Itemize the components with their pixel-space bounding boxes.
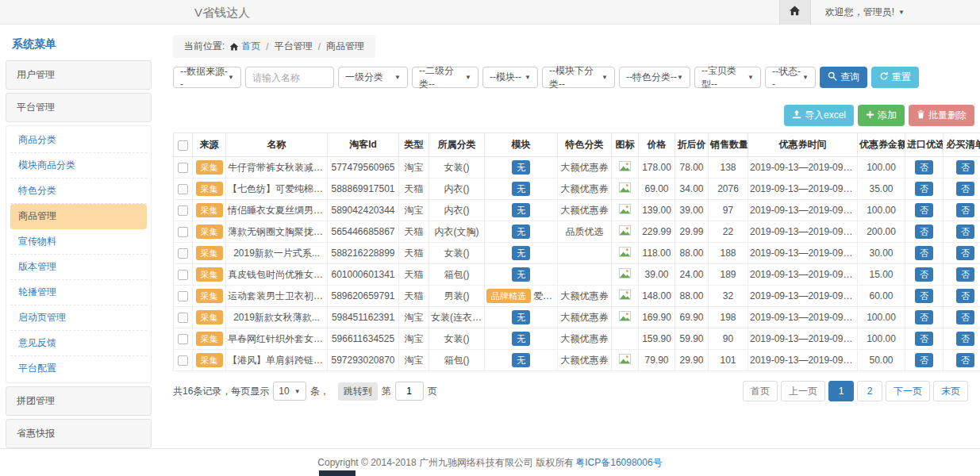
import-select-toggle[interactable]: 否 (915, 246, 933, 260)
import-select-toggle[interactable]: 否 (915, 160, 933, 175)
sidebar-item-平台配置[interactable]: 平台配置 (10, 356, 147, 381)
module-none-badge[interactable]: 无 (512, 203, 530, 217)
sidebar-item-模块商品分类[interactable]: 模块商品分类 (10, 153, 147, 178)
jump-button[interactable]: 跳转到 (338, 382, 378, 401)
must-buy-toggle[interactable]: 否 (956, 246, 974, 260)
page-button-2[interactable]: 2 (857, 381, 882, 401)
batch-delete-button[interactable]: 批量删除 (909, 105, 974, 126)
import-select-toggle[interactable]: 否 (915, 203, 933, 217)
import-select-toggle[interactable]: 否 (915, 353, 933, 367)
sidebar-item-特色分类[interactable]: 特色分类 (10, 178, 147, 204)
import-select-toggle[interactable]: 否 (915, 225, 933, 239)
sidebar-item-版本管理[interactable]: 版本管理 (10, 255, 147, 280)
name-search-input[interactable] (245, 67, 334, 88)
per-page-select[interactable]: 10 ▼ (273, 382, 306, 401)
import-select-toggle[interactable]: 否 (915, 332, 933, 346)
row-checkbox[interactable] (178, 291, 188, 301)
sidebar-item-商品分类[interactable]: 商品分类 (10, 128, 147, 153)
module-none-badge[interactable]: 无 (512, 353, 530, 367)
reset-button[interactable]: 重置 (871, 67, 919, 88)
select-all-checkbox[interactable] (178, 140, 188, 151)
sidebar-item-商品管理[interactable]: 商品管理 (10, 204, 147, 229)
filter-select[interactable]: --模块下分类--▼ (542, 67, 615, 88)
row-checkbox[interactable] (178, 205, 188, 216)
sidebar-item-拼团管理[interactable]: 拼团管理 (6, 386, 152, 416)
import-excel-button[interactable]: 导入excel (784, 105, 854, 126)
must-buy-toggle[interactable]: 否 (956, 353, 974, 367)
page-button-末页[interactable]: 末页 (933, 381, 968, 401)
must-buy-toggle[interactable]: 否 (956, 225, 974, 239)
add-button[interactable]: 添加 (858, 105, 905, 126)
cell-coupon-amount: 100.00 (858, 328, 905, 350)
module-none-badge[interactable]: 无 (512, 182, 530, 196)
cell-coupon-amount: 35.00 (858, 178, 905, 200)
filter-select[interactable]: --状态--▼ (765, 67, 816, 88)
filter-select[interactable]: --二级分类--▼ (412, 67, 478, 88)
row-checkbox[interactable] (178, 313, 188, 323)
sidebar-item-轮播管理[interactable]: 轮播管理 (10, 280, 147, 305)
search-icon (828, 71, 837, 83)
sidebar-item-省惠快报[interactable]: 省惠快报 (6, 419, 152, 448)
row-checkbox[interactable] (178, 334, 188, 344)
row-checkbox[interactable] (178, 355, 188, 366)
import-select-toggle[interactable]: 否 (915, 310, 933, 324)
filter-select[interactable]: --特色分类--▼ (619, 67, 690, 88)
page-button-首页[interactable]: 首页 (743, 381, 778, 401)
column-header-优惠券金额: 优惠券金额 (858, 133, 905, 157)
cell-type: 天猫 (399, 243, 429, 264)
row-checkbox[interactable] (178, 248, 188, 259)
sidebar-item-启动页管理[interactable]: 启动页管理 (10, 305, 147, 331)
home-icon (229, 42, 239, 52)
cell-module: 无 (485, 307, 558, 328)
search-button[interactable]: 查询 (820, 67, 867, 88)
filter-select-value: --模块-- (490, 71, 521, 84)
must-buy-toggle[interactable]: 否 (956, 267, 974, 282)
must-buy-toggle[interactable]: 否 (956, 182, 974, 196)
user-menu[interactable]: 欢迎您，管理员! ▼ (811, 6, 980, 19)
row-checkbox[interactable] (178, 163, 188, 173)
cell-sales: 189 (709, 264, 748, 286)
row-checkbox[interactable] (178, 184, 188, 194)
page-button-上一页[interactable]: 上一页 (781, 381, 825, 401)
sidebar-item-宣传物料[interactable]: 宣传物料 (10, 229, 147, 255)
import-select-toggle[interactable]: 否 (915, 182, 933, 196)
module-none-badge[interactable]: 无 (512, 225, 530, 239)
cell-price: 229.99 (639, 221, 675, 243)
must-buy-toggle[interactable]: 否 (956, 160, 974, 175)
import-select-toggle[interactable]: 否 (915, 267, 933, 282)
cell-coupon-time: 2019-09-13—2019-09-17 (748, 221, 858, 243)
filter-select[interactable]: --宝贝类型--▼ (694, 67, 761, 88)
import-select-toggle[interactable]: 否 (915, 289, 933, 303)
copyright-text: Copyright © 2014-2018 广州九驰网络科技有限公司 版权所有 (317, 456, 574, 470)
row-checkbox[interactable] (178, 270, 188, 280)
must-buy-toggle[interactable]: 否 (956, 203, 974, 217)
filter-select[interactable]: --模块--▼ (482, 67, 538, 88)
module-none-badge[interactable]: 无 (512, 310, 530, 324)
sidebar-item-平台管理[interactable]: 平台管理 (6, 93, 152, 122)
must-buy-toggle[interactable]: 否 (956, 310, 974, 324)
row-checkbox-cell (174, 157, 193, 178)
home-button[interactable] (779, 0, 811, 24)
module-none-badge[interactable]: 无 (512, 246, 530, 260)
module-none-badge[interactable]: 无 (512, 267, 530, 282)
filter-select[interactable]: --数据来源--▼ (173, 67, 241, 88)
sidebar-item-用户管理[interactable]: 用户管理 (6, 60, 152, 90)
must-buy-toggle[interactable]: 否 (956, 289, 974, 303)
icp-link[interactable]: 粤ICP备16098006号 (575, 456, 662, 470)
page-button-下一页[interactable]: 下一页 (886, 381, 930, 401)
module-badge[interactable]: 品牌精选 (486, 289, 531, 303)
source-badge: 采集 (196, 203, 223, 217)
breadcrumb-home-link[interactable]: 首页 (241, 40, 260, 53)
cell-sales: 2076 (709, 178, 748, 200)
filter-select[interactable]: 一级分类▼ (338, 67, 408, 88)
module-none-badge[interactable]: 无 (512, 160, 530, 175)
module-none-badge[interactable]: 无 (512, 332, 530, 346)
page-number-input[interactable] (395, 382, 424, 401)
cell-icon (612, 264, 639, 286)
row-checkbox[interactable] (178, 227, 188, 237)
must-buy-toggle[interactable]: 否 (956, 332, 974, 346)
header-right: 欢迎您，管理员! ▼ (779, 0, 980, 24)
sidebar-item-意见反馈[interactable]: 意见反馈 (10, 331, 147, 356)
page-button-1[interactable]: 1 (828, 381, 854, 401)
cell-feature: 大额优惠券 (558, 178, 612, 200)
